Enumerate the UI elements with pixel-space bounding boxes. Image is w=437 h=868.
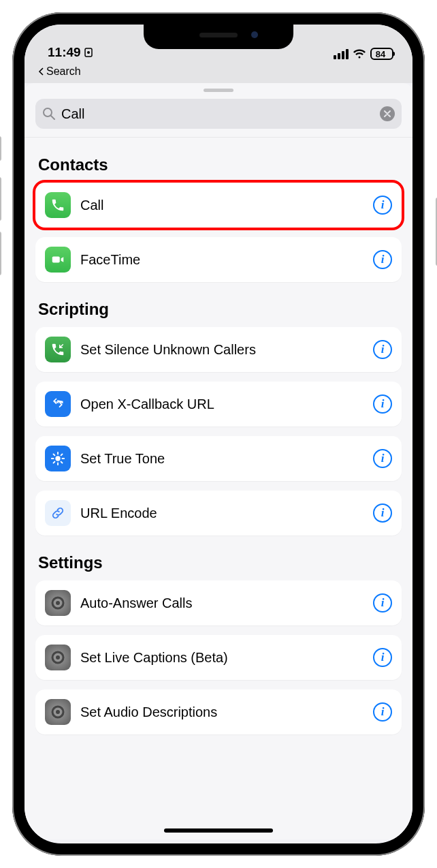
action-label: Open X-Callback URL xyxy=(80,397,363,412)
svg-point-1 xyxy=(87,51,90,54)
volume-down-button xyxy=(0,232,1,275)
link-icon xyxy=(45,500,71,526)
svg-point-19 xyxy=(56,710,60,714)
action-row-silence-unknown[interactable]: Set Silence Unknown Callers i xyxy=(35,327,402,372)
svg-point-17 xyxy=(56,655,60,660)
notch xyxy=(144,25,293,49)
action-label: Auto-Answer Calls xyxy=(80,595,363,611)
action-row-x-callback[interactable]: Open X-Callback URL i xyxy=(35,382,402,427)
phone-icon xyxy=(45,192,71,218)
svg-line-11 xyxy=(61,462,63,463)
svg-point-5 xyxy=(55,456,60,461)
action-label: URL Encode xyxy=(80,506,363,521)
info-button[interactable]: i xyxy=(373,449,392,468)
info-button[interactable]: i xyxy=(373,394,392,414)
truetone-icon xyxy=(45,446,71,471)
gear-icon xyxy=(45,590,71,616)
svg-line-10 xyxy=(53,454,54,455)
section-header-settings: Settings xyxy=(38,553,399,572)
action-row-facetime[interactable]: FaceTime i xyxy=(35,237,402,282)
action-label: Set Silence Unknown Callers xyxy=(80,342,363,358)
svg-point-2 xyxy=(44,108,52,117)
action-row-truetone[interactable]: Set True Tone i xyxy=(35,436,402,481)
x-callback-icon xyxy=(45,391,71,417)
back-label: Search xyxy=(46,65,81,78)
chevron-left-icon xyxy=(38,67,45,76)
search-input[interactable] xyxy=(61,106,374,122)
action-row-call[interactable]: Call i xyxy=(35,183,402,228)
action-row-live-captions[interactable]: Set Live Captions (Beta) i xyxy=(35,635,402,680)
info-button[interactable]: i xyxy=(373,196,392,215)
portrait-lock-icon xyxy=(84,48,93,57)
volume-up-button xyxy=(0,177,1,221)
action-row-auto-answer[interactable]: Auto-Answer Calls i xyxy=(35,580,402,625)
info-button[interactable]: i xyxy=(373,593,392,613)
section-header-contacts: Contacts xyxy=(38,155,399,174)
back-to-search[interactable]: Search xyxy=(25,63,412,83)
action-label: Set Audio Descriptions xyxy=(80,704,363,720)
facetime-icon xyxy=(45,247,71,273)
action-row-audio-descriptions[interactable]: Set Audio Descriptions i xyxy=(35,689,402,734)
svg-point-15 xyxy=(56,601,60,605)
svg-line-12 xyxy=(53,462,54,463)
info-button[interactable]: i xyxy=(373,250,392,269)
action-label: Call xyxy=(80,198,363,213)
battery-indicator: 84 xyxy=(370,48,393,60)
action-picker-sheet: Contacts Call i xyxy=(25,83,412,839)
gear-icon xyxy=(45,699,71,725)
section-header-scripting: Scripting xyxy=(38,300,399,319)
status-time: 11:49 xyxy=(48,45,81,60)
clear-search-button[interactable] xyxy=(380,106,395,121)
cellular-signal-icon xyxy=(334,49,349,59)
svg-rect-4 xyxy=(52,256,60,262)
search-icon xyxy=(42,107,56,121)
info-button[interactable]: i xyxy=(373,503,392,523)
info-button[interactable]: i xyxy=(373,702,392,722)
svg-line-13 xyxy=(61,454,63,455)
action-label: FaceTime xyxy=(80,252,363,268)
wifi-icon xyxy=(353,48,366,59)
search-field[interactable] xyxy=(35,99,402,129)
svg-line-3 xyxy=(51,116,54,119)
phone-incoming-icon xyxy=(45,337,71,362)
info-button[interactable]: i xyxy=(373,648,392,667)
device-frame: 11:49 84 xyxy=(0,0,437,868)
gear-icon xyxy=(45,645,71,670)
close-icon xyxy=(384,110,391,117)
mute-switch xyxy=(0,136,1,161)
action-row-url-encode[interactable]: URL Encode i xyxy=(35,491,402,536)
home-indicator[interactable] xyxy=(164,828,273,833)
screen: 11:49 84 xyxy=(25,25,412,843)
sheet-grabber[interactable] xyxy=(204,89,233,92)
action-label: Set True Tone xyxy=(80,451,363,467)
action-label: Set Live Captions (Beta) xyxy=(80,650,363,666)
results-content: Contacts Call i xyxy=(25,138,412,839)
info-button[interactable]: i xyxy=(373,340,392,359)
